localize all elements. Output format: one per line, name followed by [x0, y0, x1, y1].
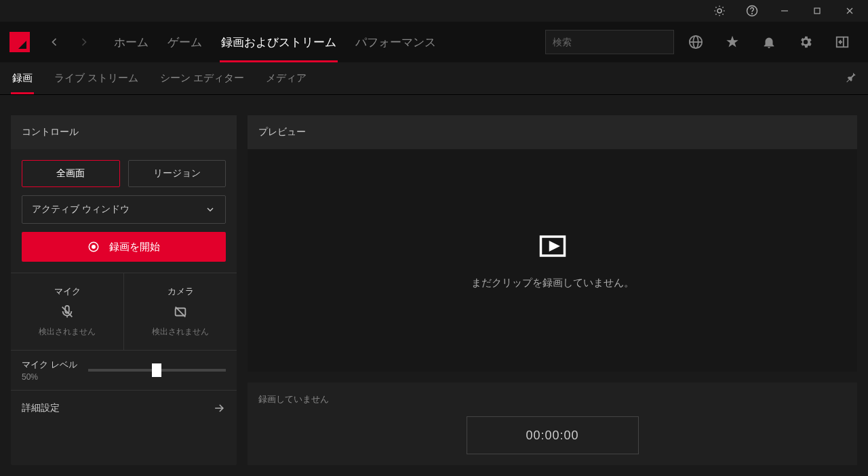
capture-window-select[interactable]: アクティブ ウィンドウ — [22, 195, 226, 224]
preview-title: プレビュー — [248, 115, 857, 149]
record-icon — [87, 241, 100, 253]
start-record-label: 録画を開始 — [109, 241, 160, 254]
svg-point-0 — [717, 9, 722, 13]
preview-panel: プレビュー まだクリップを録画していません。 — [248, 115, 857, 372]
region-toggle[interactable]: リージョン — [128, 160, 226, 187]
dock-icon[interactable] — [827, 27, 857, 57]
slider-thumb[interactable] — [152, 363, 161, 377]
search-box[interactable] — [545, 30, 674, 54]
services-icon[interactable] — [704, 0, 735, 22]
tab-home[interactable]: ホーム — [113, 22, 150, 62]
recording-status-panel: 録画していません 00:00:00 — [248, 382, 857, 465]
pin-icon[interactable] — [845, 71, 857, 86]
camera-off-icon — [173, 304, 188, 319]
controls-title: コントロール — [11, 115, 237, 149]
tab-record-stream[interactable]: 録画およびストリーム — [220, 22, 338, 62]
subtab-media[interactable]: メディア — [264, 63, 308, 94]
mic-off-icon — [60, 304, 75, 319]
favorites-icon[interactable] — [717, 27, 747, 57]
mic-device[interactable]: マイク 検出されません — [11, 273, 124, 350]
advanced-label: 詳細設定 — [22, 402, 60, 414]
camera-status: 検出されません — [152, 326, 209, 338]
recording-status-text: 録画していません — [258, 393, 846, 405]
help-icon[interactable] — [736, 0, 768, 22]
sub-tabs: 録画 ライブ ストリーム シーン エディター メディア — [0, 62, 868, 95]
start-record-button[interactable]: 録画を開始 — [22, 232, 226, 262]
play-icon — [538, 232, 567, 260]
amd-logo — [0, 22, 39, 62]
close-button[interactable] — [834, 0, 865, 22]
tab-game[interactable]: ゲーム — [166, 22, 203, 62]
settings-icon[interactable] — [791, 27, 821, 57]
subtab-scene[interactable]: シーン エディター — [159, 63, 245, 94]
svg-rect-4 — [814, 8, 820, 14]
fullscreen-toggle[interactable]: 全画面 — [22, 160, 120, 187]
mic-level-value: 50% — [22, 372, 77, 382]
nav-back-button[interactable] — [39, 27, 69, 57]
subtab-live[interactable]: ライブ ストリーム — [53, 63, 140, 94]
svg-point-15 — [92, 245, 96, 249]
notifications-icon[interactable] — [754, 27, 784, 57]
search-input[interactable] — [553, 37, 671, 47]
tab-performance[interactable]: パフォーマンス — [354, 22, 437, 62]
chevron-down-icon — [205, 204, 216, 215]
web-icon[interactable] — [681, 27, 711, 57]
capture-window-value: アクティブ ウィンドウ — [32, 203, 130, 216]
minimize-button[interactable] — [769, 0, 800, 22]
content-area: コントロール 全画面 リージョン アクティブ ウィンドウ 録画を開始 マイク 検… — [0, 95, 868, 476]
advanced-settings-button[interactable]: 詳細設定 — [11, 390, 237, 426]
camera-label: カメラ — [167, 285, 194, 298]
mic-level-slider[interactable] — [88, 369, 226, 372]
main-area: プレビュー まだクリップを録画していません。 録画していません 00:00:00 — [248, 115, 857, 465]
controls-panel: コントロール 全画面 リージョン アクティブ ウィンドウ 録画を開始 マイク 検… — [11, 115, 237, 465]
nav-forward-button[interactable] — [69, 27, 99, 57]
maximize-button[interactable] — [802, 0, 833, 22]
preview-empty-message: まだクリップを録画していません。 — [471, 277, 634, 290]
mic-level-label: マイク レベル — [22, 359, 77, 371]
subtab-record[interactable]: 録画 — [11, 63, 34, 94]
camera-device[interactable]: カメラ 検出されません — [124, 273, 237, 350]
svg-point-2 — [752, 14, 753, 14]
recording-timer: 00:00:00 — [467, 416, 639, 454]
arrow-right-icon — [212, 401, 226, 415]
title-bar — [0, 0, 868, 22]
mic-level-row: マイク レベル 50% — [11, 350, 237, 390]
mic-label: マイク — [54, 285, 81, 298]
main-header: ホーム ゲーム 録画およびストリーム パフォーマンス — [0, 22, 868, 62]
mic-status: 検出されません — [39, 326, 96, 338]
